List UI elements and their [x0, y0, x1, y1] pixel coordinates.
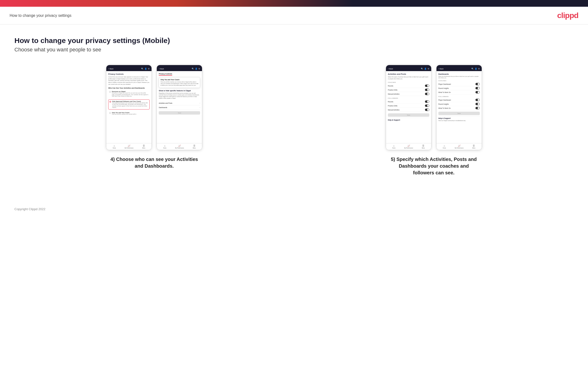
bottom-performance-4[interactable]: 📈 My Performance — [455, 145, 464, 149]
privacy-controls-title-1: Privacy Controls — [108, 73, 150, 75]
show-hide-text: Regardless of the privacy controls that … — [159, 92, 200, 99]
profile-icon-1[interactable]: 👤 — [145, 68, 147, 70]
toggle-followers-player-dash[interactable] — [476, 99, 480, 101]
radio-coach-only[interactable] — [109, 112, 111, 114]
menu-item-dashboards[interactable]: Dashboards › — [159, 105, 200, 110]
toggle-followers-manual[interactable] — [425, 108, 429, 111]
back-button-2[interactable]: < Back — [159, 68, 164, 70]
toggle-knob — [478, 83, 480, 85]
save-button-2[interactable]: Save — [159, 111, 200, 115]
search-icon-3[interactable]: 🔍 — [421, 68, 423, 70]
performance-icon-1: 📈 — [128, 145, 130, 147]
option-approved[interactable]: Only Approved Followers and Your Coach O… — [108, 100, 150, 109]
search-icon-1[interactable]: 🔍 — [141, 68, 144, 70]
settings-icon-4[interactable]: ⚙ — [478, 68, 480, 70]
menu-icon-2: ☰ — [193, 145, 195, 147]
toggle-coaches-player-dash[interactable] — [476, 83, 480, 85]
back-button-3[interactable]: < Back — [388, 68, 393, 70]
option-approved-text: Only Approved Followers and Your Coach O… — [112, 101, 148, 108]
toggle-coaches-what-to-work[interactable] — [476, 91, 480, 93]
toggle-followers-rounds[interactable] — [425, 100, 429, 103]
row-followers-manual: Manual Activities — [388, 108, 429, 112]
bottom-performance-2[interactable]: 📈 My Performance — [175, 145, 184, 149]
followers-manual-label: Manual Activities — [388, 109, 399, 111]
bottom-home-1[interactable]: ⌂ Home — [112, 145, 116, 149]
option-everyone-desc: Everyone on Clippd can search for you an… — [112, 92, 149, 97]
menu-label-3: Menu — [422, 147, 425, 149]
phone-group-3: < Back 🔍 👤 ⚙ Activities and Posts Select… — [386, 65, 432, 150]
dashboards-desc: Select the dashboards that you'd like to… — [438, 76, 480, 79]
back-button-4[interactable]: < Back — [438, 68, 444, 70]
followers-what-to-work-label: What To Work On — [438, 107, 451, 109]
phone-mockup-4: < Back 🔍 👤 ⚙ Dashboards Select the dashb… — [436, 65, 482, 150]
option-everyone-text: Everyone on Clippd Everyone on Clippd ca… — [112, 91, 149, 97]
settings-icon-3[interactable]: ⚙ — [428, 68, 429, 70]
row-coaches-manual: Manual Activities — [388, 92, 429, 96]
save-button-4[interactable]: Save — [438, 112, 480, 115]
performance-label-2: My Performance — [175, 147, 184, 149]
menu-label-1: Menu — [142, 147, 145, 149]
bottom-menu-3[interactable]: ☰ Menu — [422, 145, 425, 149]
toggle-coaches-manual[interactable] — [425, 93, 429, 95]
menu-icon-3: ☰ — [422, 145, 424, 147]
bottom-menu-2[interactable]: ☰ Menu — [193, 145, 196, 149]
caption-left: 4) Choose who can see your Activities an… — [108, 156, 200, 169]
toggle-knob — [478, 99, 480, 101]
profile-icon-3[interactable]: 👤 — [424, 68, 427, 70]
toggle-followers-drills[interactable] — [425, 104, 429, 107]
phone-content-1: Privacy Controls Control how you and you… — [106, 71, 152, 143]
bottom-bar-3: ⌂ Home 📈 My Performance ☰ Menu — [386, 143, 431, 150]
settings-icon-1[interactable]: ⚙ — [148, 68, 150, 70]
back-button-1[interactable]: < Back — [108, 68, 113, 70]
phone-pair-left: < Back 🔍 👤 ⚙ Privacy Controls Control ho… — [106, 65, 202, 150]
toggle-followers-what-to-work[interactable] — [476, 107, 480, 109]
bottom-menu-4[interactable]: ☰ Menu — [472, 145, 476, 149]
toggle-coaches-drills[interactable] — [425, 89, 429, 91]
profile-icon-2[interactable]: 👤 — [195, 68, 198, 70]
row-coaches-rounds: Rounds — [388, 84, 429, 88]
chevron-dashboards: › — [200, 107, 200, 108]
option-coach-only[interactable]: Only You and Your Coach Only you and the… — [108, 111, 150, 116]
nav-bar-3: < Back 🔍 👤 ⚙ — [386, 67, 431, 71]
bottom-menu-1[interactable]: ☰ Menu — [142, 145, 145, 149]
toggle-knob — [427, 101, 429, 103]
menu-item-activities[interactable]: Activities and Posts › — [159, 101, 200, 105]
radio-everyone[interactable] — [109, 91, 111, 93]
option-coach-only-text: Only You and Your Coach Only you and the… — [112, 112, 136, 115]
screenshots-section: < Back 🔍 👤 ⚙ Privacy Controls Control ho… — [14, 65, 574, 176]
header: How to change your privacy settings clip… — [0, 7, 588, 25]
coaches-rounds-label: Rounds — [388, 85, 393, 87]
row-coaches-what-to-work: What To Work On — [438, 90, 480, 94]
logo: clippd — [557, 11, 578, 20]
row-followers-rounds: Rounds — [388, 100, 429, 104]
toggle-coaches-rounds[interactable] — [425, 84, 429, 87]
bottom-home-4[interactable]: ⌂ Home — [443, 145, 446, 149]
bottom-home-3[interactable]: ⌂ Home — [392, 145, 395, 149]
settings-icon-2[interactable]: ⚙ — [199, 68, 200, 70]
bottom-home-2[interactable]: ⌂ Home — [163, 145, 166, 149]
phone-mockup-1: < Back 🔍 👤 ⚙ Privacy Controls Control ho… — [106, 65, 152, 150]
nav-icons-4: 🔍 👤 ⚙ — [471, 68, 480, 70]
top-bar — [0, 0, 588, 7]
help-label-3: Help & Support — [388, 118, 429, 122]
coaches-drills-label: Practice Drills — [388, 89, 398, 91]
search-icon-2[interactable]: 🔍 — [192, 68, 194, 70]
privacy-tab-2[interactable]: Privacy Controls — [159, 73, 172, 76]
nav-bar-1: < Back 🔍 👤 ⚙ — [106, 67, 152, 71]
performance-icon-3: 📈 — [407, 145, 410, 147]
toggle-knob — [478, 87, 480, 89]
toggle-coaches-round-insights[interactable] — [476, 87, 480, 89]
option-everyone[interactable]: Everyone on Clippd Everyone on Clippd ca… — [108, 90, 150, 98]
save-button-3[interactable]: Save — [388, 113, 429, 117]
radio-approved[interactable] — [109, 101, 111, 103]
toggle-followers-round-insights[interactable] — [476, 103, 480, 105]
profile-icon-4[interactable]: 👤 — [475, 68, 477, 70]
toggle-knob — [478, 103, 480, 105]
activities-desc: Select the types of activity that you'd … — [388, 76, 429, 80]
who-can-see-title: Who Can See Your Activities and Dashboar… — [108, 87, 150, 89]
search-icon-4[interactable]: 🔍 — [471, 68, 474, 70]
bottom-performance-3[interactable]: 📈 My Performance — [404, 145, 413, 149]
bottom-performance-1[interactable]: 📈 My Performance — [125, 145, 133, 149]
breadcrumb: How to change your privacy settings — [10, 13, 71, 18]
menu-label-2: Menu — [193, 147, 196, 149]
